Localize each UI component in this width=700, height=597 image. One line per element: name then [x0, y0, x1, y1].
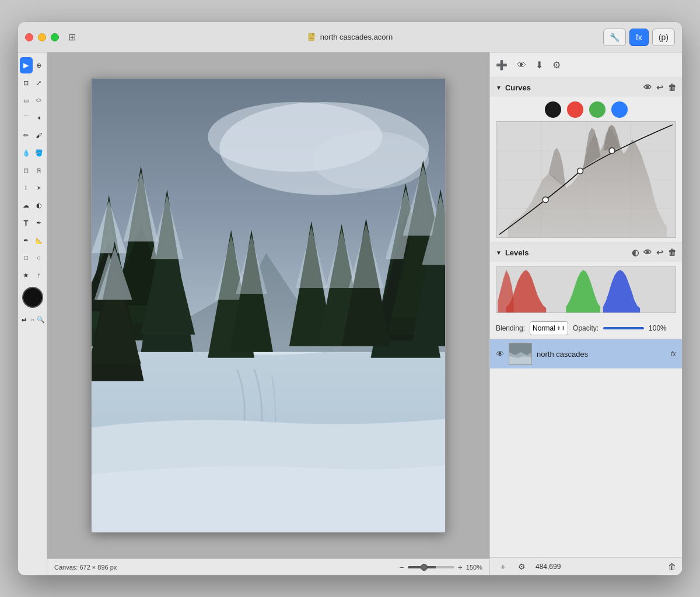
- levels-reset-icon[interactable]: ↩: [656, 248, 663, 257]
- pencil-tool[interactable]: ✏: [20, 127, 33, 143]
- panel-toolbar: ➕ 👁 ⬇ ⚙: [490, 52, 682, 78]
- select-tool[interactable]: ▶: [20, 57, 33, 73]
- paint-bucket-tool[interactable]: 🪣: [33, 145, 46, 161]
- vector2-tool[interactable]: 📐: [33, 232, 46, 248]
- zoom-level-label: 150%: [466, 564, 482, 571]
- channel-black-button[interactable]: [545, 101, 561, 118]
- p-panel-button[interactable]: (p): [652, 29, 675, 46]
- rect-select-tool[interactable]: ▭: [20, 92, 33, 108]
- layers-section: 👁 north cascades fx: [490, 339, 682, 557]
- foreground-color[interactable]: [22, 287, 43, 308]
- ellipse-select-tool[interactable]: ⬭: [33, 92, 46, 108]
- curves-title-label: Curves: [505, 83, 531, 92]
- vector-tool[interactable]: ✒: [20, 232, 33, 248]
- layer-fx-label[interactable]: fx: [671, 350, 676, 358]
- zoom-controls: − + 150%: [399, 563, 482, 572]
- add-filter-button[interactable]: ➕: [496, 59, 508, 71]
- curves-visibility-icon[interactable]: 👁: [643, 83, 652, 92]
- traffic-lights: [25, 33, 59, 41]
- svg-rect-2: [310, 37, 313, 37]
- curves-svg: [496, 122, 676, 237]
- arrow-tool[interactable]: ↑: [33, 267, 46, 283]
- curves-title: ▼ Curves: [496, 83, 643, 92]
- cloud-shape-tool[interactable]: ☁: [20, 197, 33, 213]
- opacity-slider[interactable]: [603, 327, 644, 329]
- text-tool[interactable]: T: [20, 215, 33, 231]
- tool-pair-rect: ▭ ⬭: [20, 92, 46, 108]
- gradient-tool[interactable]: ◐: [33, 197, 46, 213]
- magic-wand-tool[interactable]: ✦: [33, 110, 46, 126]
- tools-panel-button[interactable]: 🔧: [603, 29, 626, 46]
- transform-tool[interactable]: ⤢: [33, 75, 46, 91]
- blending-select[interactable]: Normal Multiply Screen Overlay: [530, 321, 568, 335]
- tool-pair-eraser: ◻ ⎘: [20, 162, 46, 178]
- sidebar-toggle-button[interactable]: ⊞: [68, 31, 76, 43]
- background-color[interactable]: ○: [28, 311, 37, 328]
- layer-item[interactable]: 👁 north cascades fx: [490, 339, 682, 368]
- layer-thumbnail: [509, 343, 532, 365]
- maximize-button[interactable]: [51, 33, 59, 41]
- svg-rect-1: [312, 33, 314, 36]
- delete-layer-button[interactable]: 🗑: [668, 562, 676, 571]
- levels-visibility-icon[interactable]: 👁: [643, 248, 652, 257]
- levels-delete-icon[interactable]: 🗑: [668, 248, 676, 257]
- canvas-image[interactable]: [91, 78, 446, 533]
- lasso-tool[interactable]: ⌒: [20, 110, 33, 126]
- svg-rect-3: [310, 38, 313, 38]
- curves-channels: [490, 97, 682, 121]
- tool-pair-crop: ⊡ ⤢: [20, 75, 46, 91]
- settings-button[interactable]: ⚙: [552, 59, 561, 71]
- levels-contrast-icon[interactable]: ◐: [632, 248, 639, 257]
- swap-colors-button[interactable]: ⇄: [20, 311, 29, 328]
- levels-svg: [496, 267, 676, 312]
- ellipse-shape-tool[interactable]: ○: [33, 250, 46, 266]
- channel-red-button[interactable]: [567, 101, 583, 118]
- rect-shape-tool[interactable]: □: [20, 250, 33, 266]
- layer-settings-button[interactable]: ⚙: [514, 560, 528, 574]
- close-button[interactable]: [25, 33, 33, 41]
- bezier-tool[interactable]: ✒: [33, 215, 46, 231]
- file-icon: [307, 33, 317, 42]
- zoom-in-label[interactable]: +: [458, 563, 463, 572]
- zoom-in-tool[interactable]: ⊕: [33, 57, 46, 73]
- levels-collapse-icon[interactable]: ▼: [496, 250, 502, 256]
- blending-row: Blending: Normal Multiply Screen Overlay…: [490, 318, 682, 339]
- dodge-tool[interactable]: ☀: [33, 180, 46, 196]
- svg-point-50: [578, 168, 583, 174]
- curves-section: ▼ Curves 👁 ↩ 🗑: [490, 78, 682, 243]
- curves-collapse-icon[interactable]: ▼: [496, 85, 502, 91]
- titlebar-title: north cascades.acorn: [307, 33, 393, 42]
- zoom-fit-tool[interactable]: 🔍: [37, 311, 46, 328]
- levels-section: ▼ Levels ◐ 👁 ↩ 🗑: [490, 243, 682, 339]
- channel-green-button[interactable]: [589, 101, 606, 118]
- canvas-inner: [47, 52, 489, 559]
- levels-header: ▼ Levels ◐ 👁 ↩ 🗑: [490, 243, 682, 262]
- clone-tool[interactable]: ⎘: [33, 162, 46, 178]
- visibility-button[interactable]: 👁: [517, 60, 526, 71]
- tool-pair-select: ▶ ⊕: [20, 57, 46, 73]
- brush-tool[interactable]: 🖌: [33, 127, 46, 143]
- smudge-tool[interactable]: ⌇: [20, 180, 33, 196]
- curves-reset-icon[interactable]: ↩: [656, 83, 663, 92]
- tool-pair-vector: ✒ 📐: [20, 232, 46, 248]
- add-layer-button[interactable]: +: [496, 560, 510, 574]
- eraser-tool[interactable]: ◻: [20, 162, 33, 178]
- curves-delete-icon[interactable]: 🗑: [668, 83, 676, 92]
- fx-panel-button[interactable]: fx: [629, 29, 649, 46]
- channel-blue-button[interactable]: [611, 101, 628, 118]
- svg-point-49: [542, 197, 548, 203]
- star-tool[interactable]: ★: [20, 267, 33, 283]
- tool-pair-shape: ☁ ◐: [20, 197, 46, 213]
- zoom-out-label[interactable]: −: [399, 563, 404, 572]
- minimize-button[interactable]: [38, 33, 46, 41]
- titlebar: ⊞ north cascades.acorn 🔧 fx (p): [18, 22, 682, 52]
- layer-visibility-icon[interactable]: 👁: [496, 349, 504, 359]
- crop-tool[interactable]: ⊡: [20, 75, 33, 91]
- curves-graph[interactable]: [496, 121, 676, 238]
- levels-graph[interactable]: [496, 266, 676, 313]
- download-button[interactable]: ⬇: [536, 59, 543, 71]
- tool-pair-star: ★ ↑: [20, 267, 46, 283]
- dropper-tool[interactable]: 💧: [20, 145, 33, 161]
- zoom-slider[interactable]: [408, 566, 454, 568]
- levels-actions: ◐ 👁 ↩ 🗑: [632, 248, 676, 257]
